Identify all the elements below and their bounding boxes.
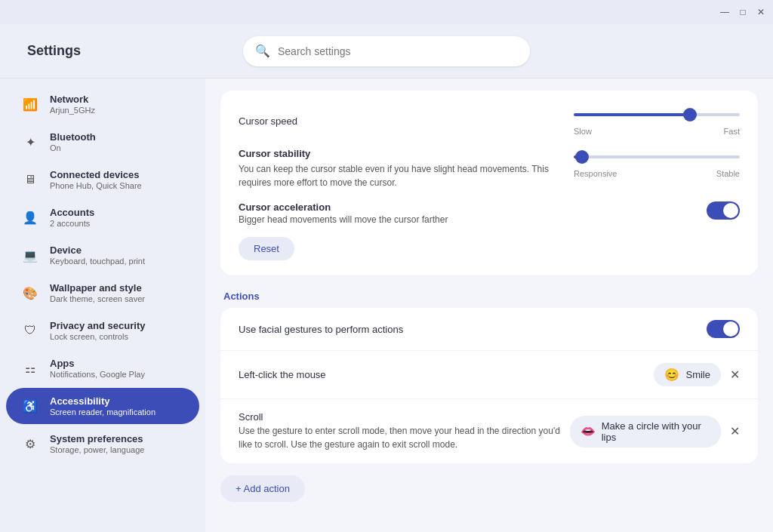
panel-content: Cursor speed Slow Fast: [205, 78, 773, 517]
search-icon: 🔍: [255, 44, 270, 58]
sidebar-item-apps[interactable]: ⚏ Apps Notifications, Google Play: [6, 350, 199, 386]
cursor-stability-labels: Responsive Stable: [574, 169, 740, 178]
facial-gestures-toggle-thumb: [723, 321, 738, 337]
sidebar-label-connected: Connected devices: [50, 169, 142, 180]
cursor-speed-label: Cursor speed: [239, 115, 297, 127]
cursor-speed-slider[interactable]: [574, 106, 740, 124]
title-bar: — □ ✕: [0, 0, 773, 24]
accessibility-icon: ♿: [21, 397, 39, 415]
laptop-icon: 💻: [21, 246, 39, 264]
sidebar-sublabel-system: Storage, power, language: [50, 445, 144, 454]
shield-icon: 🛡: [21, 321, 39, 340]
sidebar-sublabel-connected: Phone Hub, Quick Share: [50, 181, 142, 190]
cursor-settings-card: Cursor speed Slow Fast: [220, 91, 758, 275]
sidebar-sublabel-device: Keyboard, touchpad, print: [50, 257, 145, 266]
scroll-row: Scroll Use the gesture to enter scroll m…: [220, 399, 758, 463]
cursor-accel-toggle[interactable]: [707, 201, 740, 220]
facial-gestures-toggle[interactable]: [707, 320, 740, 338]
sidebar-item-privacy[interactable]: 🛡 Privacy and security Lock screen, cont…: [6, 312, 199, 349]
apps-icon: ⚏: [21, 359, 39, 377]
sidebar-label-accounts: Accounts: [50, 207, 94, 218]
header: Settings 🔍: [0, 24, 773, 78]
cursor-stability-stable-label: Stable: [716, 169, 740, 178]
sidebar-label-network: Network: [50, 94, 95, 105]
actions-section-title: Actions: [220, 281, 758, 308]
content-area: 📶 Network Arjun_5GHz ✦ Bluetooth On 🖥 Co…: [0, 78, 773, 532]
left-click-row: Left-click the mouse 😊 Smile ✕: [220, 351, 758, 399]
cursor-stability-slider-container: Responsive Stable: [574, 148, 740, 178]
sidebar-item-device[interactable]: 💻 Device Keyboard, touchpad, print: [6, 237, 199, 273]
actions-card: Use facial gestures to perform actions L…: [220, 308, 758, 463]
cursor-stability-slider[interactable]: [574, 148, 740, 166]
main-panel: Cursor speed Slow Fast: [205, 78, 773, 532]
cursor-stability-title: Cursor stability: [239, 148, 574, 159]
cursor-accel-desc: Bigger head movements will move the curs…: [239, 214, 707, 225]
gear-icon: ⚙: [21, 435, 39, 453]
sidebar-label-accessibility: Accessibility: [50, 395, 156, 407]
smile-icon: 😊: [664, 367, 679, 382]
left-click-gesture-group: 😊 Smile ✕: [654, 363, 740, 386]
person-icon: 👤: [21, 208, 39, 226]
cursor-stability-thumb[interactable]: [575, 150, 589, 164]
sidebar-item-accounts[interactable]: 👤 Accounts 2 accounts: [6, 199, 199, 235]
sidebar-label-bluetooth: Bluetooth: [50, 131, 96, 143]
cursor-speed-fill: [574, 113, 690, 116]
sidebar-label-system: System preferences: [50, 433, 144, 444]
lips-icon: 👄: [581, 424, 596, 438]
sidebar-label-wallpaper: Wallpaper and style: [50, 282, 145, 294]
facial-gestures-label: Use facial gestures to perform actions: [239, 324, 403, 335]
cursor-accel-toggle-thumb: [723, 203, 738, 218]
left-click-gesture-label: Smile: [685, 369, 710, 380]
sidebar-item-bluetooth[interactable]: ✦ Bluetooth On: [6, 124, 199, 160]
sidebar-sublabel-network: Arjun_5GHz: [50, 106, 95, 115]
sidebar-sublabel-apps: Notifications, Google Play: [50, 370, 145, 379]
wifi-icon: 📶: [21, 95, 39, 113]
scroll-gesture-label: Make a circle with your lips: [602, 420, 710, 443]
cursor-speed-track: [574, 113, 740, 116]
sidebar-item-accessibility[interactable]: ♿ Accessibility Screen reader, magnifica…: [6, 388, 199, 424]
scroll-gesture-chip[interactable]: 👄 Make a circle with your lips: [570, 416, 721, 447]
sidebar-sublabel-privacy: Lock screen, controls: [50, 332, 145, 341]
sidebar-label-apps: Apps: [50, 358, 145, 369]
sidebar-item-system[interactable]: ⚙ System preferences Storage, power, lan…: [6, 426, 199, 462]
minimize-button[interactable]: —: [719, 6, 731, 18]
cursor-speed-thumb[interactable]: [683, 108, 697, 121]
sidebar: 📶 Network Arjun_5GHz ✦ Bluetooth On 🖥 Co…: [0, 78, 205, 532]
maximize-button[interactable]: □: [737, 6, 749, 18]
scroll-title: Scroll: [239, 411, 570, 423]
search-input[interactable]: [278, 45, 518, 57]
page-title: Settings: [27, 43, 81, 59]
cursor-speed-slow-label: Slow: [574, 127, 592, 136]
cursor-accel-row: Cursor acceleration Bigger head movement…: [239, 201, 740, 225]
close-button[interactable]: ✕: [755, 6, 767, 18]
sidebar-sublabel-accounts: 2 accounts: [50, 219, 94, 228]
sidebar-sublabel-bluetooth: On: [50, 143, 96, 152]
left-click-label: Left-click the mouse: [239, 369, 326, 380]
add-action-button[interactable]: + Add action: [220, 475, 305, 502]
scroll-remove-button[interactable]: ✕: [730, 424, 740, 438]
devices-icon: 🖥: [21, 171, 39, 189]
left-click-gesture-chip[interactable]: 😊 Smile: [654, 363, 721, 386]
sidebar-item-wallpaper[interactable]: 🎨 Wallpaper and style Dark theme, screen…: [6, 275, 199, 311]
cursor-accel-title: Cursor acceleration: [239, 201, 707, 213]
sidebar-item-connected-devices[interactable]: 🖥 Connected devices Phone Hub, Quick Sha…: [6, 161, 199, 198]
sidebar-item-network[interactable]: 📶 Network Arjun_5GHz: [6, 86, 199, 122]
reset-button[interactable]: Reset: [239, 237, 294, 260]
search-bar[interactable]: 🔍: [243, 36, 530, 66]
cursor-speed-fast-label: Fast: [724, 127, 740, 136]
sidebar-sublabel-accessibility: Screen reader, magnification: [50, 407, 156, 417]
cursor-stability-header: Cursor stability You can keep the cursor…: [239, 148, 740, 189]
sidebar-label-device: Device: [50, 244, 145, 256]
cursor-speed-row: Cursor speed Slow Fast: [239, 106, 740, 136]
left-click-remove-button[interactable]: ✕: [730, 367, 740, 382]
scroll-gesture-group: 👄 Make a circle with your lips ✕: [570, 416, 740, 447]
brush-icon: 🎨: [21, 284, 39, 302]
facial-gestures-row: Use facial gestures to perform actions: [220, 308, 758, 351]
cursor-stability-track: [574, 155, 740, 158]
scroll-desc: Use the gesture to enter scroll mode, th…: [239, 424, 570, 451]
cursor-speed-labels: Slow Fast: [574, 127, 740, 136]
app-window: Settings 🔍 📶 Network Arjun_5GHz ✦ Blueto…: [0, 24, 773, 532]
cursor-speed-slider-container: Slow Fast: [574, 106, 740, 136]
bluetooth-icon: ✦: [21, 133, 39, 151]
sidebar-sublabel-wallpaper: Dark theme, screen saver: [50, 294, 145, 303]
